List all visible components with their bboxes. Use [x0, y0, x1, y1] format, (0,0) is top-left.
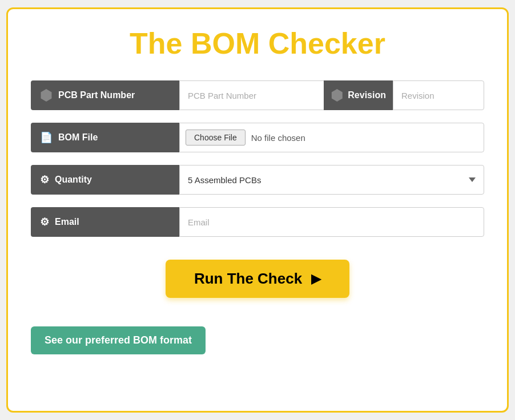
- email-label: ⚙ Email: [31, 207, 179, 237]
- revision-hex-icon: [331, 89, 343, 102]
- pcb-label-text: PCB Part Number: [58, 90, 135, 100]
- bom-file-row: 📄 BOM File Choose File No file chosen: [31, 123, 484, 152]
- revision-input[interactable]: [393, 80, 484, 110]
- main-card: The BOM Checker PCB Part Number Revision…: [6, 7, 509, 413]
- run-button-container: Run The Check ▶: [31, 260, 484, 298]
- email-input[interactable]: [179, 207, 484, 237]
- choose-file-button[interactable]: Choose File: [186, 130, 246, 146]
- pcb-part-number-label: PCB Part Number: [31, 80, 179, 110]
- bom-doc-icon: 📄: [40, 131, 53, 144]
- bom-format-container: See our preferred BOM format: [31, 326, 484, 354]
- quantity-gear-icon: ⚙: [40, 173, 49, 186]
- quantity-select[interactable]: 1 Assembled PCB 5 Assembled PCBs 10 Asse…: [179, 165, 484, 195]
- run-check-button[interactable]: Run The Check ▶: [166, 260, 349, 298]
- quantity-label: ⚙ Quantity: [31, 165, 179, 195]
- page-title: The BOM Checker: [31, 26, 484, 60]
- play-icon: ▶: [311, 272, 321, 286]
- email-gear-icon: ⚙: [40, 216, 49, 228]
- bom-file-label: 📄 BOM File: [31, 123, 179, 152]
- pcb-part-number-input[interactable]: [179, 80, 324, 110]
- pcb-hex-icon: [40, 89, 53, 102]
- run-check-label: Run The Check: [194, 270, 302, 288]
- bom-label-text: BOM File: [58, 132, 98, 143]
- pcb-revision-row: PCB Part Number Revision: [31, 80, 484, 110]
- bom-file-area: Choose File No file chosen: [179, 123, 484, 152]
- quantity-row: ⚙ Quantity 1 Assembled PCB 5 Assembled P…: [31, 165, 484, 195]
- revision-label: Revision: [324, 80, 393, 110]
- email-row: ⚙ Email: [31, 207, 484, 237]
- revision-label-text: Revision: [348, 90, 386, 100]
- email-label-text: Email: [55, 217, 79, 227]
- no-file-text: No file chosen: [251, 133, 305, 143]
- quantity-label-text: Quantity: [55, 175, 92, 185]
- bom-format-button[interactable]: See our preferred BOM format: [31, 326, 206, 354]
